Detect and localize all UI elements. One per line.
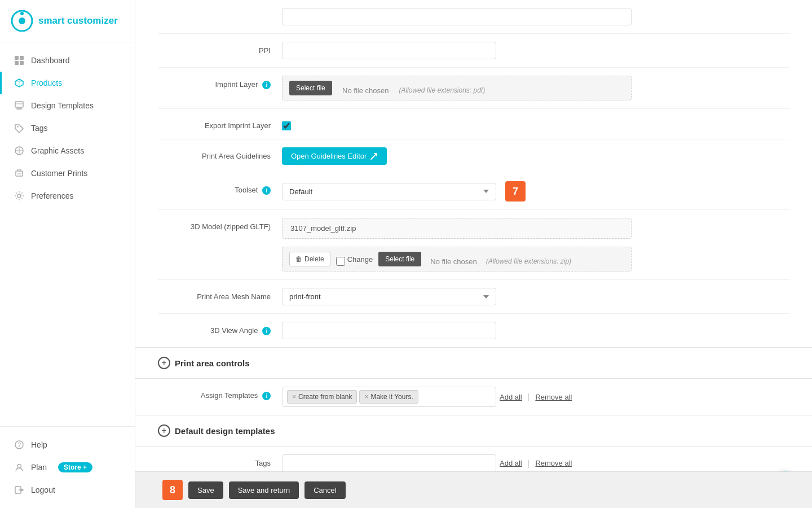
sidebar: smart customizer Dashboard Products bbox=[0, 0, 135, 508]
partial-top-input[interactable] bbox=[282, 8, 632, 25]
model-3d-delete-button[interactable]: 🗑 Delete bbox=[289, 252, 330, 266]
guidelines-icon bbox=[370, 152, 378, 160]
svg-point-1 bbox=[19, 17, 25, 24]
sidebar-item-products[interactable]: Products bbox=[0, 72, 135, 94]
sidebar-item-help[interactable]: ? Help bbox=[0, 433, 135, 456]
assign-templates-section: Assign Templates i × Create from blank ×… bbox=[135, 379, 812, 415]
form-body: PPI 300 Imprint Layer i Select file No f… bbox=[135, 0, 812, 508]
assign-templates-remove-all[interactable]: Remove all bbox=[535, 393, 572, 401]
svg-rect-4 bbox=[20, 56, 24, 60]
model-3d-select-file-button[interactable]: Select file bbox=[378, 252, 421, 266]
export-imprint-checkbox[interactable] bbox=[282, 121, 291, 130]
svg-point-10 bbox=[17, 126, 18, 127]
default-design-title: Default design templates bbox=[175, 426, 275, 436]
assign-templates-info-icon[interactable]: i bbox=[262, 392, 271, 400]
open-guidelines-button[interactable]: Open Guidelines Editor bbox=[282, 147, 387, 165]
preferences-icon bbox=[14, 191, 24, 201]
save-button[interactable]: Save bbox=[188, 481, 223, 499]
print-area-mesh-row: Print Area Mesh Name print-front bbox=[158, 280, 789, 314]
export-imprint-row: Export Imprint Layer bbox=[158, 109, 789, 139]
assign-templates-input-area[interactable]: × Create from blank × Make it Yours. bbox=[282, 387, 496, 407]
assign-templates-control: × Create from blank × Make it Yours. Add… bbox=[282, 387, 789, 407]
export-imprint-label: Export Imprint Layer bbox=[158, 117, 282, 130]
plan-badge[interactable]: Store + bbox=[58, 462, 92, 472]
bottom-bar-badge: 8 bbox=[162, 480, 183, 500]
imprint-layer-info-icon[interactable]: i bbox=[262, 81, 271, 89]
tags-add-all[interactable]: Add all bbox=[500, 459, 522, 467]
print-area-guidelines-row: Print Area Guidelines Open Guidelines Ed… bbox=[158, 139, 789, 173]
model-3d-file-display: 3107_model_gltf.zip bbox=[282, 218, 632, 239]
ppi-control: 300 bbox=[282, 42, 789, 59]
svg-text:?: ? bbox=[18, 442, 21, 448]
delete-icon: 🗑 bbox=[295, 255, 302, 263]
default-design-section-header[interactable]: + Default design templates bbox=[135, 415, 812, 446]
save-and-return-button[interactable]: Save and return bbox=[229, 481, 299, 499]
sidebar-item-preferences[interactable]: Preferences bbox=[0, 185, 135, 207]
assign-templates-add-all[interactable]: Add all bbox=[500, 393, 522, 401]
toolset-row: Toolset i Default 7 bbox=[158, 173, 789, 210]
sidebar-item-label-help: Help bbox=[31, 440, 47, 449]
assign-templates-row: Assign Templates i × Create from blank ×… bbox=[158, 379, 789, 415]
tags-icon bbox=[14, 123, 24, 133]
sidebar-item-tags[interactable]: Tags bbox=[0, 117, 135, 139]
sidebar-item-graphic-assets[interactable]: Graphic Assets bbox=[0, 139, 135, 162]
sidebar-item-logout[interactable]: Logout bbox=[0, 479, 135, 501]
logo-text: smart customizer bbox=[38, 15, 118, 27]
ppi-row: PPI 300 bbox=[158, 34, 789, 68]
template-chip-1: × Create from blank bbox=[287, 390, 357, 404]
help-icon: ? bbox=[14, 440, 24, 450]
svg-rect-5 bbox=[15, 61, 19, 65]
imprint-select-file-button[interactable]: Select file bbox=[289, 81, 332, 95]
bottom-bar: 8 Save Save and return Cancel bbox=[135, 471, 812, 508]
svg-rect-9 bbox=[16, 108, 22, 110]
cancel-button[interactable]: Cancel bbox=[304, 481, 345, 499]
print-controls-section-header[interactable]: + Print area controls bbox=[135, 347, 812, 379]
logo-icon bbox=[11, 10, 33, 32]
svg-rect-7 bbox=[15, 102, 23, 107]
svg-rect-6 bbox=[20, 61, 24, 65]
toolset-control: Default 7 bbox=[282, 181, 789, 202]
print-controls-expand-icon: + bbox=[158, 357, 170, 369]
tags-label: Tags bbox=[158, 454, 282, 467]
tags-input[interactable] bbox=[282, 454, 496, 472]
ppi-input[interactable]: 300 bbox=[282, 42, 496, 59]
template-chip-2-remove[interactable]: × bbox=[364, 393, 368, 401]
empty-label bbox=[158, 8, 282, 12]
print-area-mesh-select[interactable]: print-front bbox=[282, 288, 496, 305]
sidebar-logo: smart customizer bbox=[0, 0, 135, 42]
toolset-info-icon[interactable]: i bbox=[262, 186, 271, 195]
tags-control: Add all | Remove all bbox=[282, 454, 789, 472]
sidebar-bottom: ? Help Plan Store + Logout bbox=[0, 426, 135, 508]
print-area-mesh-control: print-front bbox=[282, 288, 789, 305]
model-3d-change-checkbox[interactable] bbox=[336, 257, 345, 266]
pipe-1: | bbox=[528, 392, 530, 401]
partial-top-control bbox=[282, 8, 789, 25]
sidebar-item-plan[interactable]: Plan Store + bbox=[0, 456, 135, 479]
view-angle-input[interactable]: 0,0,1,0.4 bbox=[282, 322, 496, 339]
print-controls-title: Print area controls bbox=[175, 358, 250, 368]
sidebar-item-label-preferences: Preferences bbox=[31, 191, 73, 200]
main-content: PPI 300 Imprint Layer i Select file No f… bbox=[135, 0, 812, 508]
model-3d-no-file-text: No file chosen bbox=[430, 253, 476, 266]
toolset-label: Toolset i bbox=[158, 181, 282, 195]
imprint-allowed-text: (Allowed file extensions: pdf) bbox=[399, 82, 485, 94]
sidebar-item-customer-prints[interactable]: Customer Prints bbox=[0, 162, 135, 185]
model-3d-allowed-text: (Allowed file extensions: zip) bbox=[486, 253, 571, 265]
sidebar-item-design-templates[interactable]: Design Templates bbox=[0, 94, 135, 117]
print-area-control: Open Guidelines Editor bbox=[282, 147, 789, 165]
view-angle-info-icon[interactable]: i bbox=[262, 327, 271, 335]
logout-icon bbox=[14, 485, 24, 495]
tags-remove-all[interactable]: Remove all bbox=[535, 459, 572, 467]
sidebar-item-dashboard[interactable]: Dashboard bbox=[0, 49, 135, 72]
view-angle-label: 3D View Angle i bbox=[158, 322, 282, 335]
sidebar-nav: Dashboard Products Design Templates bbox=[0, 42, 135, 426]
print-area-label: Print Area Guidelines bbox=[158, 147, 282, 160]
imprint-layer-row: Imprint Layer i Select file No file chos… bbox=[158, 68, 789, 109]
svg-point-2 bbox=[20, 12, 24, 15]
template-chip-1-remove[interactable]: × bbox=[292, 393, 296, 401]
model-3d-file-actions: 🗑 Delete Change Select file No file chos… bbox=[282, 247, 632, 271]
svg-rect-3 bbox=[15, 56, 19, 60]
template-chip-1-label: Create from blank bbox=[298, 393, 352, 401]
pipe-2: | bbox=[528, 459, 530, 468]
toolset-select[interactable]: Default bbox=[282, 183, 496, 200]
